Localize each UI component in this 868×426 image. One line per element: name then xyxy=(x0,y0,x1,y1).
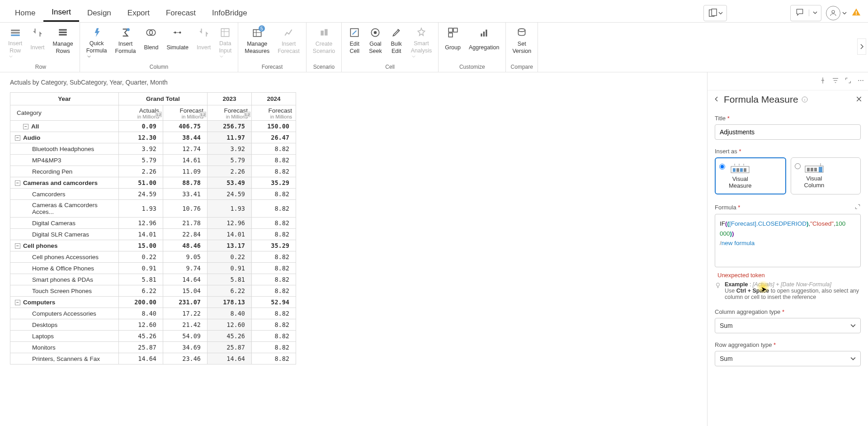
value-cell[interactable]: 8.82 xyxy=(252,263,296,274)
value-cell[interactable]: 3.92 xyxy=(208,143,252,155)
more-icon[interactable] xyxy=(857,77,864,85)
value-cell[interactable]: 5.81 xyxy=(208,274,252,285)
value-cell[interactable]: 0.22 xyxy=(208,251,252,263)
value-cell[interactable]: 8.82 xyxy=(252,319,296,331)
col-agg-select[interactable]: Sum xyxy=(715,318,861,333)
table-row[interactable]: Touch Screen Phones6.2215.046.228.82 xyxy=(10,285,296,297)
table-row[interactable]: Monitors25.8734.6925.878.82 xyxy=(10,342,296,353)
value-cell[interactable]: 8.40 xyxy=(208,308,252,319)
value-cell[interactable]: 45.26 xyxy=(208,331,252,342)
ribbon-insert-formula[interactable]: InsertFormula xyxy=(112,24,140,57)
visual-measure-option[interactable]: Visual Measure xyxy=(715,157,786,194)
comment-button[interactable] xyxy=(790,5,821,21)
value-cell[interactable]: 8.82 xyxy=(252,308,296,319)
period-2024[interactable]: 2024 xyxy=(252,93,296,105)
warning-icon[interactable] xyxy=(851,7,861,19)
value-cell[interactable]: 14.61 xyxy=(163,155,208,166)
menu-tab-forecast[interactable]: Forecast xyxy=(158,5,204,21)
collapse-icon[interactable]: − xyxy=(23,124,28,129)
value-cell[interactable]: 200.00 xyxy=(119,297,163,308)
table-row[interactable]: −Cameras and camcorders51.0088.7853.4935… xyxy=(10,177,296,189)
ribbon-bulk-edit[interactable]: BulkEdit xyxy=(387,24,406,57)
value-cell[interactable]: 1.93 xyxy=(208,200,252,218)
collapse-icon[interactable]: − xyxy=(15,180,20,186)
value-cell[interactable]: 2.26 xyxy=(208,166,252,177)
collapse-icon[interactable]: − xyxy=(15,243,20,249)
table-row[interactable]: Desktops12.6021.4212.608.82 xyxy=(10,319,296,331)
value-cell[interactable]: 35.29 xyxy=(252,240,296,251)
table-row[interactable]: Printers, Scanners & Fax14.6423.4614.648… xyxy=(10,353,296,364)
value-cell[interactable]: 0.09 xyxy=(119,121,163,132)
table-row[interactable]: −Cell phones15.0048.4613.1735.29 xyxy=(10,240,296,251)
value-cell[interactable]: 8.40 xyxy=(119,308,163,319)
user-menu[interactable] xyxy=(826,6,847,20)
category-cell[interactable]: −Cameras and camcorders xyxy=(10,177,119,189)
value-cell[interactable]: 45.26 xyxy=(119,331,163,342)
ribbon-set-version[interactable]: SetVersion xyxy=(509,24,535,57)
table-row[interactable]: −All0.09406.75256.75150.00 xyxy=(10,121,296,132)
ribbon-simulate[interactable]: Simulate xyxy=(163,24,192,57)
table-row[interactable]: Digital SLR Cameras14.0122.8414.018.82 xyxy=(10,229,296,240)
category-cell[interactable]: Bluetooth Headphones xyxy=(10,143,119,155)
value-cell[interactable]: 8.82 xyxy=(252,143,296,155)
ribbon-scroll-right[interactable] xyxy=(857,38,866,55)
value-cell[interactable]: 5.81 xyxy=(119,274,163,285)
value-cell[interactable]: 9.05 xyxy=(163,251,208,263)
table-row[interactable]: −Audio12.3038.4411.9726.47 xyxy=(10,132,296,143)
category-cell[interactable]: Monitors xyxy=(10,342,119,353)
table-row[interactable]: Recording Pen2.2611.092.268.82 xyxy=(10,166,296,177)
value-cell[interactable]: 26.47 xyxy=(252,132,296,143)
menu-tab-design[interactable]: Design xyxy=(79,5,119,21)
metric-forecast-2024[interactable]: Forecastin Millions xyxy=(252,105,296,121)
value-cell[interactable]: 2.26 xyxy=(119,166,163,177)
category-cell[interactable]: Smart phones & PDAs xyxy=(10,274,119,285)
value-cell[interactable]: 8.82 xyxy=(252,331,296,342)
table-row[interactable]: Cell phones Accessories0.229.050.228.82 xyxy=(10,251,296,263)
value-cell[interactable]: 8.82 xyxy=(252,218,296,229)
value-cell[interactable]: 13.17 xyxy=(208,240,252,251)
value-cell[interactable]: 21.42 xyxy=(163,319,208,331)
value-cell[interactable]: 1.93 xyxy=(119,200,163,218)
table-row[interactable]: Smart phones & PDAs5.8114.645.818.82 xyxy=(10,274,296,285)
value-cell[interactable]: 22.84 xyxy=(163,229,208,240)
category-cell[interactable]: Home & Office Phones xyxy=(10,263,119,274)
table-row[interactable]: Cameras & Camcorders Acces...1.9310.761.… xyxy=(10,200,296,218)
visual-column-option[interactable]: Visual Column xyxy=(791,157,861,194)
extras-button[interactable] xyxy=(703,5,727,21)
value-cell[interactable]: 8.82 xyxy=(252,155,296,166)
category-cell[interactable]: Camcorders xyxy=(10,189,119,200)
value-cell[interactable]: 14.64 xyxy=(119,353,163,364)
menu-tab-export[interactable]: Export xyxy=(119,5,158,21)
value-cell[interactable]: 150.00 xyxy=(252,121,296,132)
value-cell[interactable]: 8.82 xyxy=(252,229,296,240)
close-icon[interactable] xyxy=(855,95,863,104)
category-cell[interactable]: Computers Accessories xyxy=(10,308,119,319)
info-icon[interactable] xyxy=(801,96,808,103)
category-cell[interactable]: Digital SLR Cameras xyxy=(10,229,119,240)
value-cell[interactable]: 12.60 xyxy=(208,319,252,331)
value-cell[interactable]: 12.30 xyxy=(119,132,163,143)
value-cell[interactable]: 15.00 xyxy=(119,240,163,251)
category-cell[interactable]: Recording Pen xyxy=(10,166,119,177)
ribbon-edit-cell[interactable]: EditCell xyxy=(344,24,364,57)
value-cell[interactable]: 8.82 xyxy=(252,342,296,353)
value-cell[interactable]: 33.41 xyxy=(163,189,208,200)
table-row[interactable]: Digital Cameras12.9621.7812.968.82 xyxy=(10,218,296,229)
value-cell[interactable]: 406.75 xyxy=(163,121,208,132)
metric-forecast-2023[interactable]: Forecastin Millions1.2 xyxy=(208,105,252,121)
value-cell[interactable]: 12.96 xyxy=(119,218,163,229)
value-cell[interactable]: 35.29 xyxy=(252,177,296,189)
value-cell[interactable]: 52.94 xyxy=(252,297,296,308)
menu-tab-infobridge[interactable]: InfoBridge xyxy=(204,5,255,21)
value-cell[interactable]: 53.49 xyxy=(208,177,252,189)
ribbon-group[interactable]: Group xyxy=(441,24,464,57)
title-input[interactable] xyxy=(715,124,861,140)
value-cell[interactable]: 17.22 xyxy=(163,308,208,319)
period-2023[interactable]: 2023 xyxy=(208,93,252,105)
value-cell[interactable]: 51.00 xyxy=(119,177,163,189)
value-cell[interactable]: 0.91 xyxy=(119,263,163,274)
value-cell[interactable]: 25.87 xyxy=(208,342,252,353)
value-cell[interactable]: 88.78 xyxy=(163,177,208,189)
category-cell[interactable]: −All xyxy=(10,121,119,132)
table-row[interactable]: Laptops45.2654.0945.268.82 xyxy=(10,331,296,342)
